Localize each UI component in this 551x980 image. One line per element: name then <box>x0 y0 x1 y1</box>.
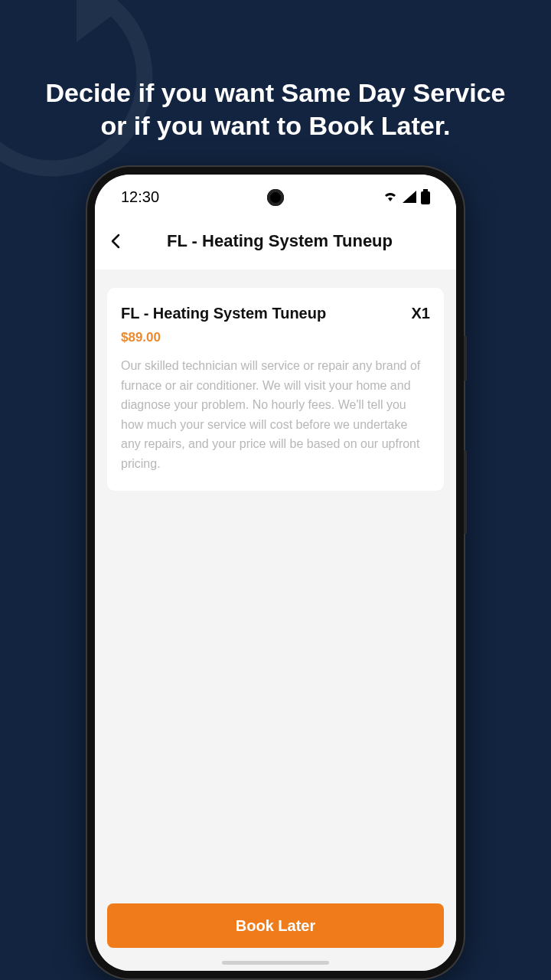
battery-icon <box>421 189 430 204</box>
home-indicator <box>222 961 329 965</box>
signal-icon <box>403 191 416 203</box>
service-description: Our skilled technician will service or r… <box>121 356 430 474</box>
book-later-button[interactable]: Book Later <box>107 903 444 948</box>
svg-rect-0 <box>423 189 428 191</box>
chevron-left-icon <box>111 234 120 249</box>
wifi-icon <box>383 191 398 203</box>
page-title: FL - Heating System Tuneup <box>167 231 441 251</box>
service-quantity: X1 <box>412 305 430 322</box>
back-button[interactable] <box>110 233 121 250</box>
content-area: FL - Heating System Tuneup X1 $89.00 Our… <box>95 270 456 903</box>
service-title: FL - Heating System Tuneup <box>121 305 326 322</box>
camera-cutout <box>267 189 284 206</box>
service-price: $89.00 <box>121 330 430 345</box>
service-card: FL - Heating System Tuneup X1 $89.00 Our… <box>107 288 444 491</box>
status-time: 12:30 <box>121 188 159 206</box>
app-header: FL - Heating System Tuneup <box>95 219 456 270</box>
svg-rect-1 <box>421 191 430 204</box>
hero-heading: Decide if you want Same Day Service or i… <box>0 0 551 142</box>
phone-mockup: 12:30 FL - Heating System Tuneup FL - He… <box>87 167 464 978</box>
